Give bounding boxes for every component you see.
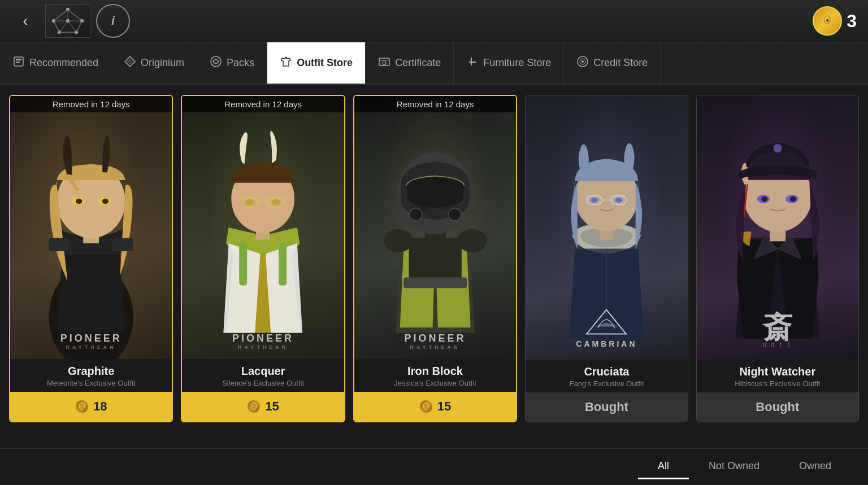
nav-tabs: Recommended Originium Packs Outfit Store… — [0, 42, 868, 85]
svg-rect-31 — [469, 62, 476, 63]
card-cruciata-bought: Bought — [526, 392, 687, 422]
main-content: Removed in 12 days — [0, 85, 868, 485]
tab-furniture-store-label: Furniture Store — [483, 57, 551, 69]
card-ironblock-name: Iron Block — [360, 365, 510, 378]
tab-credit-store[interactable]: Credit Store — [564, 42, 661, 84]
svg-marker-54 — [251, 402, 257, 410]
svg-point-60 — [409, 208, 422, 221]
outfit-icon — [280, 55, 292, 71]
card-nightwatcher-image: 斎 0 0 1 1 — [697, 95, 858, 360]
info-button[interactable]: i — [96, 4, 130, 38]
filter-not-owned[interactable]: Not Owned — [689, 455, 779, 479]
tab-recommended-label: Recommended — [29, 57, 98, 69]
card-graphite-price[interactable]: 18 — [10, 392, 172, 421]
svg-marker-75 — [587, 310, 626, 334]
card-graphite-name: Graphite — [16, 365, 166, 378]
svg-point-81 — [761, 196, 767, 202]
top-bar-left: ‹ — [11, 4, 130, 38]
currency-badge: ✦ 3 — [813, 6, 857, 36]
currency-icon: ✦ — [813, 6, 842, 36]
tab-recommended[interactable]: Recommended — [0, 42, 111, 84]
svg-line-10 — [59, 21, 68, 32]
lacquer-brand: PIONEERRAYTHEAN — [182, 333, 344, 351]
card-ironblock-image: PIONEERRAYTHEAN — [354, 96, 516, 359]
tab-packs[interactable]: Packs — [197, 42, 267, 84]
back-button[interactable]: ‹ — [11, 7, 40, 35]
svg-point-41 — [102, 199, 108, 204]
cambrian-text: CAMBRIAN — [526, 339, 687, 348]
svg-rect-53 — [279, 243, 287, 286]
svg-point-25 — [211, 56, 221, 67]
card-cruciata-name: Cruciata — [531, 365, 682, 378]
tab-credit-store-label: Credit Store — [593, 57, 648, 69]
svg-rect-43 — [112, 238, 133, 251]
price-icon-lacquer — [247, 400, 261, 413]
card-ironblock[interactable]: Removed in 12 days — [353, 95, 517, 422]
svg-point-82 — [789, 196, 796, 202]
card-nightwatcher[interactable]: 斎 0 0 1 1 Night Watcher Hibiscus's Exclu… — [696, 95, 859, 422]
svg-point-74 — [615, 198, 622, 203]
originium-icon — [124, 55, 136, 71]
packs-icon — [210, 55, 222, 71]
card-lacquer-info: Lacquer Silence's Exclusive Outfit — [182, 359, 344, 387]
card-lacquer-price[interactable]: 15 — [182, 392, 344, 421]
furniture-icon — [466, 55, 479, 71]
currency-count: 3 — [847, 11, 857, 32]
svg-rect-64 — [403, 278, 467, 289]
tab-originium-label: Originium — [141, 57, 184, 69]
filter-owned[interactable]: Owned — [779, 455, 851, 479]
svg-marker-44 — [79, 402, 85, 410]
tab-outfit-store[interactable]: Outfit Store — [267, 42, 366, 84]
home-button[interactable] — [45, 4, 90, 38]
graphite-price-value: 18 — [93, 399, 107, 414]
card-graphite-timer: Removed in 12 days — [10, 96, 172, 112]
svg-point-29 — [383, 62, 386, 65]
tab-packs-label: Packs — [227, 57, 254, 69]
recommended-icon — [12, 55, 25, 71]
lacquer-price-value: 15 — [265, 399, 279, 414]
svg-point-40 — [76, 199, 82, 204]
card-graphite-subtitle: Meteorite's Exclusive Outfit — [16, 379, 166, 387]
card-ironblock-info: Iron Block Jessica's Exclusive Outfit — [354, 359, 516, 387]
nightwatcher-brand: 斎 0 0 1 1 — [697, 313, 858, 348]
card-cruciata[interactable]: CAMBRIAN Cruciata Fang's Exclusive Outfi… — [525, 95, 688, 422]
tab-originium[interactable]: Originium — [111, 42, 197, 84]
svg-line-9 — [68, 21, 76, 32]
price-icon-graphite — [75, 400, 89, 413]
svg-line-12 — [68, 10, 82, 21]
card-nightwatcher-name: Night Watcher — [702, 365, 853, 378]
tab-furniture-store[interactable]: Furniture Store — [454, 42, 564, 84]
cruciata-brand: CAMBRIAN — [526, 305, 687, 348]
card-ironblock-subtitle: Jessica's Exclusive Outfit — [360, 379, 510, 387]
svg-line-13 — [76, 21, 82, 32]
ironblock-price-value: 15 — [437, 399, 451, 414]
card-graphite-info: Graphite Meteorite's Exclusive Outfit — [10, 359, 172, 387]
top-bar: ‹ — [0, 0, 868, 42]
card-cruciata-info: Cruciata Fang's Exclusive Outfit — [526, 360, 687, 388]
card-lacquer[interactable]: Removed in 12 days — [181, 95, 345, 422]
filter-all[interactable]: All — [638, 455, 689, 479]
svg-point-63 — [457, 229, 487, 252]
card-nightwatcher-info: Night Watcher Hibiscus's Exclusive Outfi… — [697, 360, 858, 388]
nw-sub-text: 0 0 1 1 — [697, 342, 858, 348]
certificate-icon — [378, 55, 390, 71]
tab-certificate-label: Certificate — [395, 57, 441, 69]
card-nightwatcher-subtitle: Hibiscus's Exclusive Outfit — [702, 379, 853, 388]
card-graphite-image: PIONEERRAYTHEAN — [10, 96, 172, 359]
svg-point-34 — [581, 60, 584, 63]
home-icon — [51, 7, 85, 35]
ironblock-brand: PIONEERRAYTHEAN — [354, 333, 516, 351]
svg-rect-52 — [240, 243, 248, 286]
bottom-filter: All Not Owned Owned — [0, 448, 868, 485]
nw-kanji: 斎 — [697, 313, 858, 342]
card-lacquer-timer: Removed in 12 days — [182, 96, 344, 112]
tab-certificate[interactable]: Certificate — [366, 42, 454, 84]
card-ironblock-price[interactable]: 15 — [354, 392, 516, 421]
svg-rect-55 — [409, 238, 461, 281]
svg-point-50 — [246, 199, 254, 206]
svg-line-15 — [54, 21, 59, 32]
svg-line-16 — [54, 10, 68, 21]
svg-point-51 — [272, 199, 280, 206]
card-cruciata-subtitle: Fang's Exclusive Outfit — [531, 379, 682, 388]
card-graphite[interactable]: Removed in 12 days — [9, 95, 173, 422]
